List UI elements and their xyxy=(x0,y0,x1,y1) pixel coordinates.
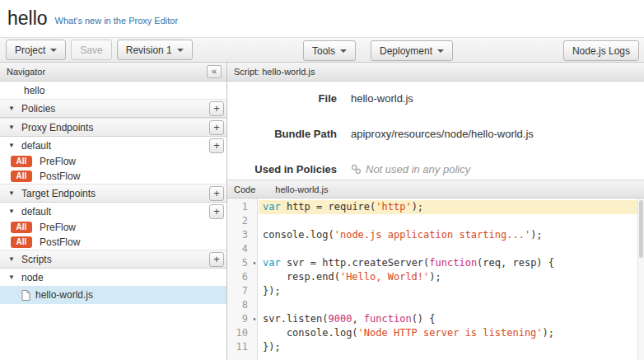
nav-target-endpoint-default[interactable]: ▼ default + xyxy=(0,203,226,220)
whats-new-link[interactable]: What's new in the Proxy Editor xyxy=(55,16,178,26)
nav-flow-label: PostFlow xyxy=(40,236,80,248)
code-line[interactable]: 5▾var svr = http.createServer(function(r… xyxy=(227,256,644,270)
add-script-button[interactable]: + xyxy=(209,252,224,267)
nav-section-label: Proxy Endpoints xyxy=(21,122,93,133)
broken-link-icon xyxy=(351,164,362,175)
tools-menu-button[interactable]: Tools xyxy=(303,40,356,61)
nav-section-label: Policies xyxy=(21,103,55,115)
line-number: 11 xyxy=(227,340,259,354)
code-line[interactable]: 3console.log('node.js application starti… xyxy=(227,228,644,242)
code-line-text[interactable]: var svr = http.createServer(function(req… xyxy=(259,256,644,270)
nav-section-label: Scripts xyxy=(21,254,52,265)
navigator-title: Navigator xyxy=(7,67,45,77)
deployment-menu-label: Deployment xyxy=(380,45,432,57)
code-line[interactable]: 1var http = require('http'); xyxy=(227,200,644,214)
nav-scripts-node-folder[interactable]: ▼ node xyxy=(0,269,226,286)
nav-flow-target-postflow[interactable]: All PostFlow xyxy=(0,235,226,250)
not-used-text: Not used in any policy xyxy=(366,163,470,175)
line-number: 2 xyxy=(227,214,259,228)
code-line[interactable]: 4 xyxy=(227,242,644,256)
nav-proxy-endpoint-default[interactable]: ▼ default + xyxy=(0,137,226,154)
toolbar: Project Save Revision 1 Tools Deployment… xyxy=(0,37,644,63)
detail-row-used-in-policies: Used in Policies Not used in any policy xyxy=(227,163,644,175)
add-target-endpoint-button[interactable]: + xyxy=(209,186,224,201)
detail-label: File xyxy=(227,92,337,105)
script-detail-panel: Script: hello-world.js File hello-world.… xyxy=(227,63,644,360)
nav-section-scripts[interactable]: ▼ Scripts + xyxy=(0,250,226,269)
revision-menu-button[interactable]: Revision 1 xyxy=(117,40,193,60)
nav-item-hello[interactable]: hello xyxy=(0,82,226,99)
code-line[interactable]: 8 xyxy=(227,298,644,312)
save-button[interactable]: Save xyxy=(71,40,111,60)
navigator-panel: Navigator « hello ▼ Policies + ▼ Proxy E… xyxy=(0,63,227,360)
flow-condition-badge: All xyxy=(11,171,32,182)
page-title: hello xyxy=(7,7,48,30)
code-line-text[interactable]: var http = require('http'); xyxy=(259,200,644,214)
nav-flow-proxy-postflow[interactable]: All PostFlow xyxy=(0,169,226,184)
add-flow-button[interactable]: + xyxy=(209,138,224,153)
file-icon xyxy=(21,290,30,301)
save-button-label: Save xyxy=(80,44,102,56)
triangle-down-icon: ▼ xyxy=(8,208,16,215)
add-proxy-endpoint-button[interactable]: + xyxy=(209,120,224,135)
nodejs-logs-button[interactable]: Node.js Logs xyxy=(563,40,639,61)
project-menu-label: Project xyxy=(15,44,45,56)
nav-subsection-label: default xyxy=(21,206,51,217)
code-editor[interactable]: 1var http = require('http');23console.lo… xyxy=(227,199,644,360)
code-line-text[interactable]: }); xyxy=(259,284,644,298)
flow-condition-badge: All xyxy=(11,156,32,167)
code-line[interactable]: 11}); xyxy=(227,340,644,354)
deployment-menu-button[interactable]: Deployment xyxy=(371,40,453,61)
code-lines: 1var http = require('http');23console.lo… xyxy=(227,199,644,354)
project-menu-button[interactable]: Project xyxy=(6,40,66,60)
nav-file-hello-world-js[interactable]: hello-world.js xyxy=(0,286,226,304)
code-line-text[interactable] xyxy=(259,298,644,312)
proxy-editor-app: hello What's new in the Proxy Editor Pro… xyxy=(0,0,644,360)
collapse-panel-button[interactable]: « xyxy=(207,65,222,78)
add-policy-button[interactable]: + xyxy=(209,101,224,116)
scrollbar-thumb[interactable] xyxy=(639,200,643,258)
code-line-text[interactable] xyxy=(259,242,644,256)
code-line[interactable]: 9▾svr.listen(9000, function() { xyxy=(227,312,644,326)
detail-label: Bundle Path xyxy=(227,128,337,140)
main-split: Navigator « hello ▼ Policies + ▼ Proxy E… xyxy=(0,63,644,360)
code-line[interactable]: 10 console.log('Node HTTP server is list… xyxy=(227,326,644,340)
toolbar-center-group: Tools Deployment xyxy=(303,40,453,61)
code-line-text[interactable]: svr.listen(9000, function() { xyxy=(259,312,644,326)
triangle-down-icon: ▼ xyxy=(8,142,16,149)
nav-flow-target-preflow[interactable]: All PreFlow xyxy=(0,220,226,235)
code-line-text[interactable]: resp.end('Hello, World!'); xyxy=(259,270,644,284)
triangle-down-icon: ▼ xyxy=(8,274,16,281)
nav-subsection-label: node xyxy=(21,272,44,283)
code-tab-hello-world-js[interactable]: hello-world.js xyxy=(275,185,328,194)
code-line-text[interactable]: console.log('node.js application startin… xyxy=(259,228,644,242)
code-line-text[interactable] xyxy=(259,214,644,228)
tools-menu-label: Tools xyxy=(312,45,335,57)
fold-caret-icon[interactable]: ▾ xyxy=(250,256,259,270)
nav-section-label: Target Endpoints xyxy=(21,188,96,199)
code-line[interactable]: 2 xyxy=(227,214,644,228)
nav-section-target-endpoints[interactable]: ▼ Target Endpoints + xyxy=(0,184,226,203)
nav-section-proxy-endpoints[interactable]: ▼ Proxy Endpoints + xyxy=(0,118,226,137)
code-line[interactable]: 6 resp.end('Hello, World!'); xyxy=(227,270,644,284)
nav-section-policies[interactable]: ▼ Policies + xyxy=(0,99,226,118)
code-line[interactable]: 7}); xyxy=(227,284,644,298)
line-number: 9▾ xyxy=(227,312,259,326)
nodejs-logs-label: Node.js Logs xyxy=(572,45,630,57)
nav-item-label: hello xyxy=(24,85,44,96)
code-line-text[interactable]: }); xyxy=(259,340,644,354)
detail-row-bundle-path: Bundle Path apiproxy/resources/node/hell… xyxy=(227,128,644,140)
nav-flow-proxy-preflow[interactable]: All PreFlow xyxy=(0,154,226,169)
detail-label: Used in Policies xyxy=(227,163,337,175)
nav-flow-label: PreFlow xyxy=(40,222,76,233)
chevron-down-icon xyxy=(437,49,444,53)
chevron-down-icon xyxy=(50,49,57,52)
chevron-down-icon xyxy=(340,49,347,53)
add-flow-button[interactable]: + xyxy=(209,204,224,219)
code-line-text[interactable]: console.log('Node HTTP server is listeni… xyxy=(259,326,644,340)
code-scrollbar[interactable] xyxy=(637,199,644,360)
fold-caret-icon[interactable]: ▾ xyxy=(250,312,259,326)
triangle-down-icon: ▼ xyxy=(8,105,16,112)
detail-value: hello-world.js xyxy=(351,92,413,105)
line-number: 3 xyxy=(227,228,259,242)
